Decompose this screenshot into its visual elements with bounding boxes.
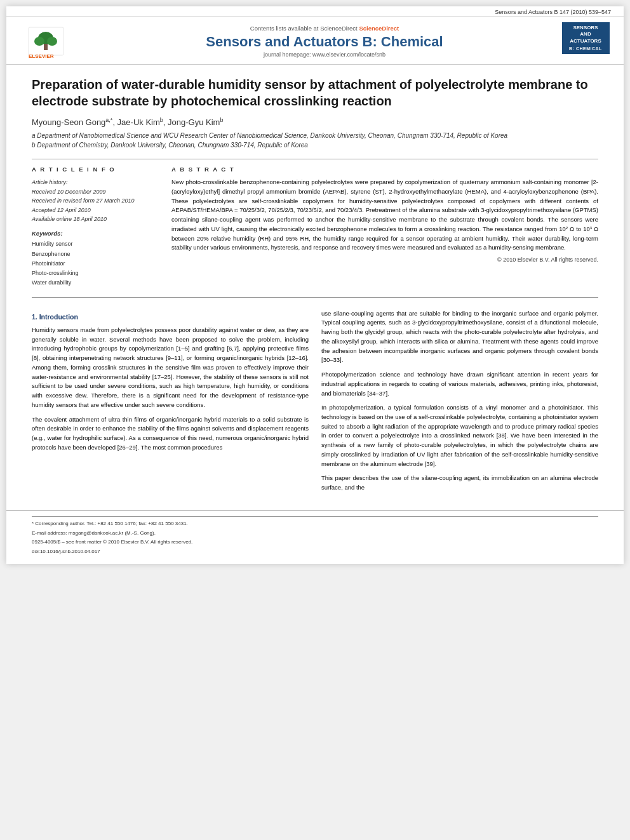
sciencedirect-line: Contents lists available at ScienceDirec… [250, 25, 399, 32]
article-title: Preparation of water-durable humidity se… [32, 76, 598, 109]
footer-corresponding: * Corresponding author. Tel.: +82 41 550… [32, 520, 598, 528]
intro-paragraph-1: Humidity sensors made from polyelectroly… [32, 326, 309, 410]
journal-reference-line: Sensors and Actuators B 147 (2010) 539–5… [6, 6, 624, 17]
author-b2: Jong-Gyu Kim [168, 117, 220, 127]
abstract-text: New photo-crosslinkable benzophenone-con… [171, 178, 598, 253]
journal-badge-area: SENSORSANDACTUATORS B: CHEMICAL [560, 22, 611, 54]
journal-title: Sensors and Actuators B: Chemical [206, 34, 443, 50]
intro-paragraph-3: use silane-coupling agents that are suit… [321, 309, 598, 365]
main-content: Preparation of water-durable humidity se… [6, 65, 624, 510]
author-a: Myoung-Seon Gong [32, 117, 105, 127]
intro-section-title: 1. Introduction [32, 312, 309, 322]
journal-homepage: journal homepage: www.elsevier.com/locat… [264, 51, 385, 58]
journal-header: ELSEVIER Contents lists available at Sci… [6, 17, 624, 65]
received-date: Received 10 December 2009 [32, 187, 159, 196]
sciencedirect-link[interactable]: ScienceDirect [359, 25, 399, 32]
authors-line: Myoung-Seon Gonga,*, Jae-Uk Kimb, Jong-G… [32, 117, 598, 127]
keyword-1: Humidity sensor [32, 239, 159, 249]
footer-doi: doi:10.1016/j.snb.2010.04.017 [32, 548, 598, 556]
affiliation-b: b Department of Chemistry, Dankook Unive… [32, 140, 598, 150]
abstract-header: A B S T R A C T [171, 166, 598, 173]
footer-divider [32, 516, 598, 517]
intro-col-left: 1. Introduction Humidity sensors made fr… [32, 309, 309, 498]
article-info-column: A R T I C L E I N F O Article history: R… [32, 166, 159, 288]
keyword-3: Photoinitiator [32, 259, 159, 269]
author-a-sup: a,* [105, 117, 112, 123]
accepted-date: Accepted 12 April 2010 [32, 206, 159, 215]
divider-1 [32, 159, 598, 159]
author-b2-sup: b [220, 117, 223, 123]
page: Sensors and Actuators B 147 (2010) 539–5… [6, 6, 624, 564]
article-history-block: Article history: Received 10 December 20… [32, 178, 159, 223]
keywords-header: Keywords: [32, 230, 159, 237]
intro-paragraph-5: In photopolymerization, a typical formul… [321, 403, 598, 469]
elsevier-logo-area: ELSEVIER [19, 22, 89, 60]
intro-paragraph-4: Photopolymerization science and technolo… [321, 370, 598, 398]
keyword-2: Benzophenone [32, 250, 159, 259]
introduction-section: 1. Introduction Humidity sensors made fr… [32, 309, 598, 498]
affiliations: a Department of Nanobiomedical Science a… [32, 131, 598, 150]
divider-2 [32, 297, 598, 298]
abstract-column: A B S T R A C T New photo-crosslinkable … [171, 166, 598, 288]
keyword-4: Photo-crosslinking [32, 269, 159, 278]
page-footer: * Corresponding author. Tel.: +82 41 550… [6, 510, 624, 564]
copyright-line: © 2010 Elsevier B.V. All rights reserved… [171, 257, 598, 263]
revised-date: Received in revised form 27 March 2010 [32, 196, 159, 205]
keyword-5: Water durability [32, 278, 159, 288]
history-label: Article history: [32, 178, 159, 187]
svg-rect-4 [44, 44, 48, 50]
journal-ref-text: Sensors and Actuators B 147 (2010) 539–5… [495, 9, 611, 15]
available-date: Available online 18 April 2010 [32, 215, 159, 223]
intro-paragraph-6: This paper describes the use of the sila… [321, 474, 598, 492]
affiliation-a: a Department of Nanobiomedical Science a… [32, 131, 598, 140]
keywords-block: Keywords: Humidity sensor Benzophenone P… [32, 230, 159, 288]
footer-email: E-mail address: msgang@dankook.ac.kr (M.… [32, 530, 598, 538]
journal-header-center: Contents lists available at ScienceDirec… [95, 22, 554, 58]
elsevier-logo-svg: ELSEVIER [25, 22, 83, 60]
article-info-header: A R T I C L E I N F O [32, 166, 159, 173]
sensors-badge: SENSORSANDACTUATORS B: CHEMICAL [562, 22, 610, 54]
intro-col-right: use silane-coupling agents that are suit… [321, 309, 598, 498]
intro-paragraph-2: The covalent attachment of ultra thin fi… [32, 415, 309, 453]
article-info-abstract-section: A R T I C L E I N F O Article history: R… [32, 166, 598, 288]
footer-issn: 0925-4005/$ – see front matter © 2010 El… [32, 538, 598, 547]
svg-text:ELSEVIER: ELSEVIER [29, 53, 54, 59]
author-b1-sup: b [160, 117, 163, 123]
author-b1: Jae-Uk Kim [117, 117, 160, 127]
elsevier-logo: ELSEVIER [25, 22, 83, 60]
svg-point-2 [34, 37, 44, 46]
svg-point-3 [47, 37, 57, 46]
